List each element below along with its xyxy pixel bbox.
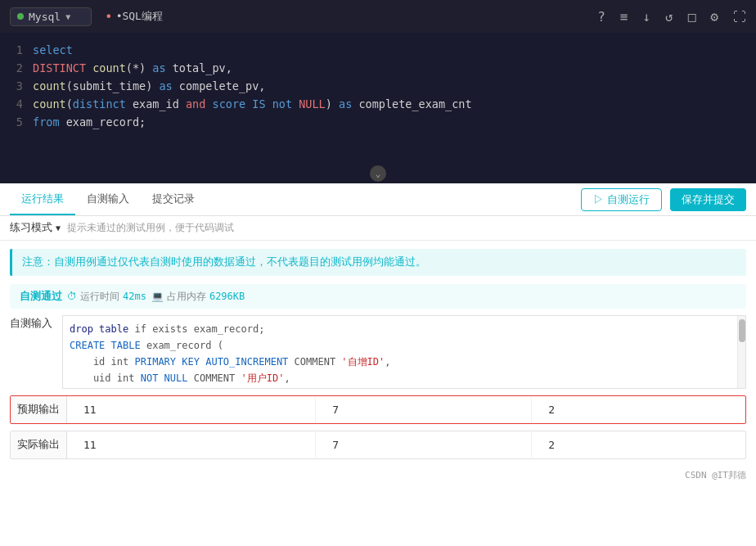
settings-icon[interactable]: ⚙: [710, 9, 718, 25]
status-time-val: 42ms: [123, 291, 146, 302]
line-num-1: 1: [7, 41, 23, 59]
list-icon[interactable]: ≡: [620, 9, 628, 25]
download-icon[interactable]: ↓: [642, 9, 650, 25]
top-icons: ? ≡ ↓ ↺ □ ⚙ ⛶: [597, 9, 746, 25]
line-num-2: 2: [7, 59, 23, 77]
code-content-1: select: [33, 41, 749, 59]
sql-tab-label: •SQL编程: [116, 9, 163, 24]
tab-self-input[interactable]: 自测输入: [75, 183, 141, 215]
expected-output-label: 预期输出: [11, 396, 67, 423]
code-line-3: 3 count(submit_time) as compelete_pv,: [0, 77, 756, 95]
mode-label-text: 练习模式: [10, 221, 52, 235]
db-selector[interactable]: Mysql ▼: [10, 7, 92, 26]
db-connection-dot: [17, 13, 24, 20]
collapse-bar[interactable]: ⌄: [0, 164, 756, 183]
chevron-down-icon: ⌄: [370, 165, 386, 182]
expected-table: 11 7 2: [67, 397, 745, 422]
tab-actions: ▷ 自测运行 保存并提交: [581, 188, 746, 211]
self-input-line-1: drop table if exists exam_record;: [70, 321, 739, 337]
memory-icon: 💻: [151, 291, 164, 302]
expected-val-2: 2: [532, 397, 745, 422]
self-input-line-3: id int PRIMARY KEY AUTO_INCREMENT COMMEN…: [70, 354, 739, 370]
status-mem-label: 占用内存: [167, 290, 206, 304]
expected-table-row: 11 7 2: [67, 397, 745, 422]
code-content-5: from exam_record;: [33, 113, 749, 131]
code-content-4: count(distinct exam_id and score IS not …: [33, 95, 749, 113]
actual-table: 11 7 2: [67, 432, 745, 458]
top-bar: Mysql ▼ • •SQL编程 ? ≡ ↓ ↺ □ ⚙ ⛶: [0, 0, 756, 33]
actual-output-table: 11 7 2: [67, 431, 745, 458]
chevron-down-icon: ▼: [65, 12, 70, 21]
self-input-line-2: CREATE TABLE exam_record (: [70, 337, 739, 354]
db-selector-label: Mysql: [29, 11, 61, 23]
status-bar: 自测通过 ⏱ 运行时间 42ms 💻 占用内存 6296KB: [10, 284, 746, 309]
code-line-2: 2 DISTINCT count(*) as total_pv,: [0, 59, 756, 77]
status-pass-label: 自测通过: [20, 289, 62, 304]
mode-description: 提示未通过的测试用例，便于代码调试: [67, 221, 234, 235]
expected-output-row: 预期输出 11 7 2: [10, 395, 746, 424]
sql-tab: • •SQL编程: [105, 9, 163, 25]
scrollbar-track: [737, 316, 745, 388]
self-input-label: 自测输入: [10, 315, 52, 389]
mode-bar: 练习模式 ▼ 提示未通过的测试用例，便于代码调试: [0, 216, 756, 241]
self-input-line-4: uid int NOT NULL COMMENT '用户ID',: [70, 370, 739, 386]
self-input-line-5: exam_id int NOT NULL COMMENT '试卷ID',: [70, 386, 739, 389]
main-layout: Mysql ▼ • •SQL编程 ? ≡ ↓ ↺ □ ⚙ ⛶ 1 select …: [0, 0, 756, 546]
status-mem-val: 6296KB: [209, 291, 245, 302]
actual-val-1: 7: [316, 432, 532, 458]
bottom-panel: 运行结果 自测输入 提交记录 ▷ 自测运行 保存并提交 练习模式 ▼ 提示未通过…: [0, 183, 756, 546]
fullscreen-icon[interactable]: ⛶: [733, 9, 746, 25]
tab-run-result[interactable]: 运行结果: [10, 183, 75, 215]
actual-val-0: 11: [67, 432, 316, 458]
tab-bar: 运行结果 自测输入 提交记录 ▷ 自测运行 保存并提交: [0, 183, 756, 216]
code-area[interactable]: 1 select 2 DISTINCT count(*) as total_pv…: [0, 33, 756, 164]
sql-tab-dot: •: [105, 9, 113, 25]
actual-table-row: 11 7 2: [67, 432, 745, 458]
status-mem: 💻 占用内存 6296KB: [151, 290, 245, 304]
mode-arrow-icon: ▼: [56, 223, 61, 232]
notice-box: 注意：自测用例通过仅代表自测时使用的数据通过，不代表题目的测试用例均能通过。: [10, 249, 746, 276]
actual-output-label: 实际输出: [11, 431, 67, 458]
refresh-icon[interactable]: ↺: [665, 9, 673, 25]
window-icon[interactable]: □: [688, 9, 696, 25]
expected-val-0: 11: [67, 397, 316, 422]
line-num-4: 4: [7, 95, 23, 113]
self-input-content: drop table if exists exam_record; CREATE…: [63, 316, 745, 389]
scrollbar-thumb[interactable]: [739, 319, 745, 342]
save-submit-button[interactable]: 保存并提交: [670, 188, 746, 211]
clock-icon: ⏱: [67, 291, 77, 302]
footer-text: CSDN @IT邦德: [685, 470, 746, 481]
line-num-5: 5: [7, 113, 23, 131]
actual-val-2: 2: [532, 432, 745, 458]
output-section: 预期输出 11 7 2 实际输出: [10, 395, 746, 459]
expected-val-1: 7: [316, 397, 532, 422]
code-content-3: count(submit_time) as compelete_pv,: [33, 77, 749, 95]
status-time: ⏱ 运行时间 42ms: [67, 290, 146, 304]
help-icon[interactable]: ?: [597, 9, 605, 25]
tab-submit-history[interactable]: 提交记录: [141, 183, 206, 215]
code-line-5: 5 from exam_record;: [0, 113, 756, 131]
mode-selector[interactable]: 练习模式 ▼: [10, 221, 61, 235]
status-time-label: 运行时间: [80, 290, 119, 304]
code-line-1: 1 select: [0, 41, 756, 59]
line-num-3: 3: [7, 77, 23, 95]
self-run-button[interactable]: ▷ 自测运行: [581, 188, 662, 211]
self-input-section: 自测输入 drop table if exists exam_record; C…: [0, 315, 756, 389]
expected-output-table: 11 7 2: [67, 396, 745, 423]
notice-text: 注意：自测用例通过仅代表自测时使用的数据通过，不代表题目的测试用例均能通过。: [22, 255, 426, 268]
actual-output-row: 实际输出 11 7 2: [10, 431, 746, 459]
code-line-4: 4 count(distinct exam_id and score IS no…: [0, 95, 756, 113]
code-content-2: DISTINCT count(*) as total_pv,: [33, 59, 749, 77]
footer: CSDN @IT邦德: [0, 466, 756, 485]
